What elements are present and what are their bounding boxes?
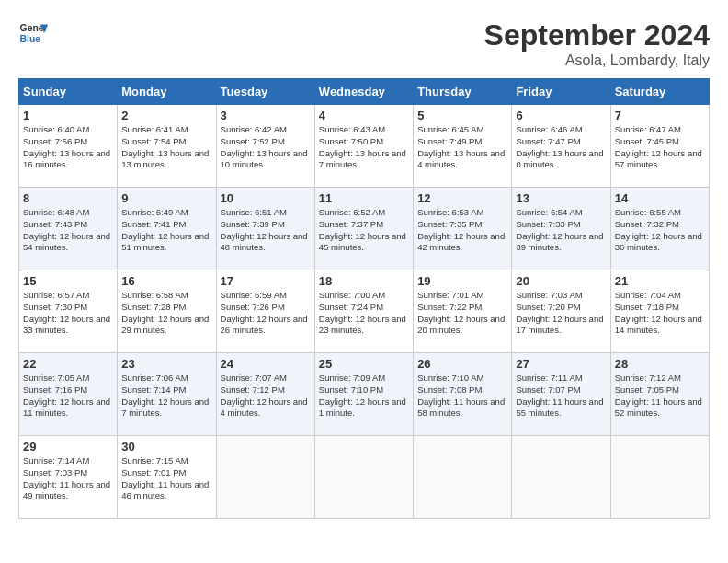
logo: General Blue <box>18 18 48 48</box>
calendar-cell: 24 Sunrise: 7:07 AMSunset: 7:12 PMDaylig… <box>216 353 314 436</box>
calendar-cell: 28 Sunrise: 7:12 AMSunset: 7:05 PMDaylig… <box>610 353 709 436</box>
day-number: 1 <box>23 109 113 122</box>
day-number: 9 <box>121 191 211 205</box>
day-info: Sunrise: 7:10 AMSunset: 7:08 PMDaylight:… <box>417 373 507 419</box>
day-number: 16 <box>121 274 211 288</box>
weekday-header: Monday <box>118 79 216 105</box>
day-info: Sunrise: 6:55 AMSunset: 7:32 PMDaylight:… <box>615 207 705 254</box>
calendar-cell: 13 Sunrise: 6:54 AMSunset: 7:33 PMDaylig… <box>512 188 610 270</box>
day-info: Sunrise: 7:05 AMSunset: 7:16 PMDaylight:… <box>23 373 113 419</box>
calendar-cell: 30 Sunrise: 7:15 AMSunset: 7:01 PMDaylig… <box>118 436 216 519</box>
weekday-header: Tuesday <box>216 79 314 105</box>
weekday-header: Saturday <box>610 79 709 105</box>
calendar-cell: 25 Sunrise: 7:09 AMSunset: 7:10 PMDaylig… <box>314 353 413 436</box>
day-info: Sunrise: 6:48 AMSunset: 7:43 PMDaylight:… <box>23 207 113 254</box>
calendar-cell <box>512 436 610 519</box>
day-info: Sunrise: 7:04 AMSunset: 7:18 PMDaylight:… <box>615 290 705 337</box>
calendar-cell: 12 Sunrise: 6:53 AMSunset: 7:35 PMDaylig… <box>414 188 512 270</box>
day-info: Sunrise: 7:12 AMSunset: 7:05 PMDaylight:… <box>615 373 705 419</box>
calendar-cell: 14 Sunrise: 6:55 AMSunset: 7:32 PMDaylig… <box>610 188 709 270</box>
day-info: Sunrise: 6:46 AMSunset: 7:47 PMDaylight:… <box>516 124 606 171</box>
day-number: 26 <box>417 357 507 371</box>
calendar-cell: 10 Sunrise: 6:51 AMSunset: 7:39 PMDaylig… <box>216 188 314 270</box>
calendar-cell: 2 Sunrise: 6:41 AMSunset: 7:54 PMDayligh… <box>118 105 216 188</box>
weekday-header: Friday <box>512 79 610 105</box>
day-number: 13 <box>516 191 606 205</box>
calendar-cell: 29 Sunrise: 7:14 AMSunset: 7:03 PMDaylig… <box>19 436 118 519</box>
svg-text:Blue: Blue <box>20 34 41 44</box>
calendar-table: SundayMondayTuesdayWednesdayThursdayFrid… <box>18 78 710 519</box>
day-info: Sunrise: 6:47 AMSunset: 7:45 PMDaylight:… <box>615 124 705 171</box>
calendar-week-row: 8 Sunrise: 6:48 AMSunset: 7:43 PMDayligh… <box>19 188 710 270</box>
calendar-cell: 21 Sunrise: 7:04 AMSunset: 7:18 PMDaylig… <box>610 270 709 353</box>
day-info: Sunrise: 6:45 AMSunset: 7:49 PMDaylight:… <box>417 124 507 171</box>
calendar-cell: 17 Sunrise: 6:59 AMSunset: 7:26 PMDaylig… <box>216 270 314 353</box>
day-number: 10 <box>221 191 311 205</box>
day-info: Sunrise: 7:00 AMSunset: 7:24 PMDaylight:… <box>319 290 409 337</box>
location: Asola, Lombardy, Italy <box>484 52 710 69</box>
calendar-cell: 1 Sunrise: 6:40 AMSunset: 7:56 PMDayligh… <box>19 105 118 188</box>
calendar-week-row: 1 Sunrise: 6:40 AMSunset: 7:56 PMDayligh… <box>19 105 710 188</box>
day-info: Sunrise: 6:49 AMSunset: 7:41 PMDaylight:… <box>121 207 211 254</box>
day-info: Sunrise: 7:06 AMSunset: 7:14 PMDaylight:… <box>121 373 211 419</box>
day-info: Sunrise: 6:59 AMSunset: 7:26 PMDaylight:… <box>221 290 311 337</box>
day-number: 7 <box>615 109 705 122</box>
logo-icon: General Blue <box>18 18 48 48</box>
day-number: 15 <box>23 274 113 288</box>
day-number: 12 <box>417 191 507 205</box>
day-number: 14 <box>615 191 705 205</box>
day-number: 28 <box>615 357 705 371</box>
day-number: 8 <box>23 191 113 205</box>
calendar-cell <box>314 436 413 519</box>
calendar-cell: 26 Sunrise: 7:10 AMSunset: 7:08 PMDaylig… <box>414 353 512 436</box>
calendar-cell <box>216 436 314 519</box>
weekday-header: Thursday <box>414 79 512 105</box>
day-number: 29 <box>23 440 113 454</box>
calendar-cell: 7 Sunrise: 6:47 AMSunset: 7:45 PMDayligh… <box>610 105 709 188</box>
calendar-cell: 15 Sunrise: 6:57 AMSunset: 7:30 PMDaylig… <box>19 270 118 353</box>
day-info: Sunrise: 7:15 AMSunset: 7:01 PMDaylight:… <box>121 455 211 502</box>
day-info: Sunrise: 6:53 AMSunset: 7:35 PMDaylight:… <box>417 207 507 254</box>
calendar-cell: 27 Sunrise: 7:11 AMSunset: 7:07 PMDaylig… <box>512 353 610 436</box>
day-number: 27 <box>516 357 606 371</box>
day-info: Sunrise: 6:40 AMSunset: 7:56 PMDaylight:… <box>23 124 113 171</box>
day-info: Sunrise: 7:11 AMSunset: 7:07 PMDaylight:… <box>516 373 606 419</box>
day-number: 25 <box>319 357 409 371</box>
calendar-cell: 5 Sunrise: 6:45 AMSunset: 7:49 PMDayligh… <box>414 105 512 188</box>
day-info: Sunrise: 6:42 AMSunset: 7:52 PMDaylight:… <box>221 124 311 171</box>
day-number: 5 <box>417 109 507 122</box>
calendar-cell: 19 Sunrise: 7:01 AMSunset: 7:22 PMDaylig… <box>414 270 512 353</box>
calendar-cell: 20 Sunrise: 7:03 AMSunset: 7:20 PMDaylig… <box>512 270 610 353</box>
day-info: Sunrise: 7:14 AMSunset: 7:03 PMDaylight:… <box>23 455 113 502</box>
day-info: Sunrise: 7:03 AMSunset: 7:20 PMDaylight:… <box>516 290 606 337</box>
month-title: September 2024 <box>484 18 710 52</box>
calendar-cell: 4 Sunrise: 6:43 AMSunset: 7:50 PMDayligh… <box>314 105 413 188</box>
calendar-cell: 11 Sunrise: 6:52 AMSunset: 7:37 PMDaylig… <box>314 188 413 270</box>
day-number: 23 <box>121 357 211 371</box>
calendar-cell: 6 Sunrise: 6:46 AMSunset: 7:47 PMDayligh… <box>512 105 610 188</box>
title-block: September 2024 Asola, Lombardy, Italy <box>484 18 710 69</box>
weekday-header-row: SundayMondayTuesdayWednesdayThursdayFrid… <box>19 79 710 105</box>
day-number: 19 <box>417 274 507 288</box>
day-number: 6 <box>516 109 606 122</box>
day-info: Sunrise: 6:52 AMSunset: 7:37 PMDaylight:… <box>319 207 409 254</box>
weekday-header: Sunday <box>19 79 118 105</box>
day-info: Sunrise: 6:41 AMSunset: 7:54 PMDaylight:… <box>121 124 211 171</box>
day-info: Sunrise: 6:58 AMSunset: 7:28 PMDaylight:… <box>121 290 211 337</box>
day-number: 21 <box>615 274 705 288</box>
calendar-cell: 16 Sunrise: 6:58 AMSunset: 7:28 PMDaylig… <box>118 270 216 353</box>
day-info: Sunrise: 6:43 AMSunset: 7:50 PMDaylight:… <box>319 124 409 171</box>
calendar-cell: 9 Sunrise: 6:49 AMSunset: 7:41 PMDayligh… <box>118 188 216 270</box>
day-info: Sunrise: 6:54 AMSunset: 7:33 PMDaylight:… <box>516 207 606 254</box>
day-info: Sunrise: 7:01 AMSunset: 7:22 PMDaylight:… <box>417 290 507 337</box>
day-info: Sunrise: 7:07 AMSunset: 7:12 PMDaylight:… <box>221 373 311 419</box>
weekday-header: Wednesday <box>314 79 413 105</box>
calendar-cell: 3 Sunrise: 6:42 AMSunset: 7:52 PMDayligh… <box>216 105 314 188</box>
calendar-week-row: 15 Sunrise: 6:57 AMSunset: 7:30 PMDaylig… <box>19 270 710 353</box>
calendar-week-row: 22 Sunrise: 7:05 AMSunset: 7:16 PMDaylig… <box>19 353 710 436</box>
day-info: Sunrise: 6:51 AMSunset: 7:39 PMDaylight:… <box>221 207 311 254</box>
day-number: 11 <box>319 191 409 205</box>
page-header: General Blue September 2024 Asola, Lomba… <box>18 18 710 69</box>
day-info: Sunrise: 6:57 AMSunset: 7:30 PMDaylight:… <box>23 290 113 337</box>
calendar-cell <box>610 436 709 519</box>
